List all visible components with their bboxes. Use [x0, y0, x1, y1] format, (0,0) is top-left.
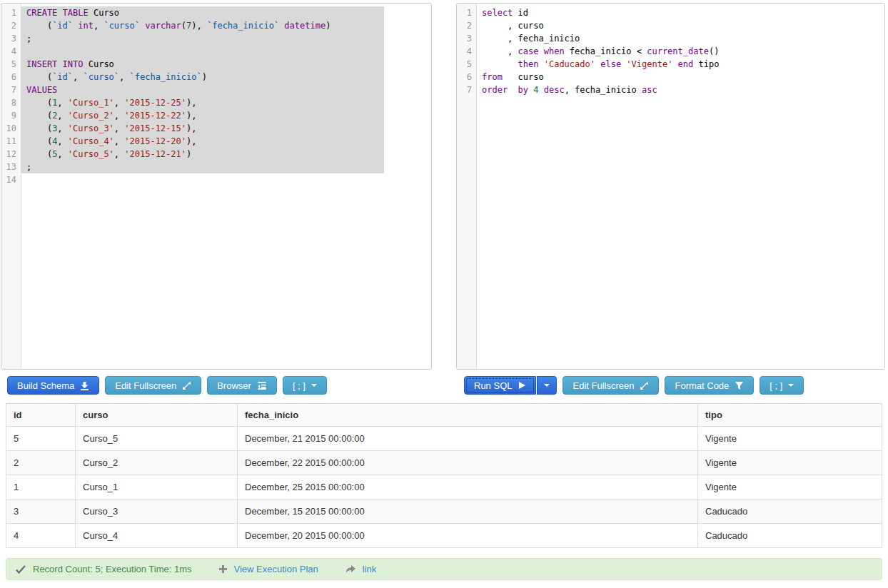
filter-icon — [735, 381, 744, 390]
run-sql-dropdown-button[interactable] — [537, 376, 557, 395]
code-token: else — [600, 59, 621, 69]
code-token: `curso` — [104, 21, 140, 31]
code-line[interactable]: (5, 'Curso_5', '2015-12-21') — [21, 148, 384, 161]
code-token: curso — [503, 72, 544, 82]
code-line[interactable] — [21, 45, 384, 58]
code-line[interactable]: VALUES — [21, 83, 384, 96]
table-cell: December, 22 2015 00:00:00 — [238, 451, 698, 475]
table-cell: Curso_2 — [76, 451, 238, 475]
table-cell: Vigente — [698, 427, 882, 451]
code-line[interactable]: from curso — [477, 71, 884, 83]
schema-toolbar: Build Schema Edit Fullscreen Browser [ ;… — [7, 376, 327, 395]
view-execution-plan-link[interactable]: View Execution Plan — [234, 564, 318, 574]
code-token: ( — [181, 21, 186, 31]
table-row: 1Curso_1December, 25 2015 00:00:00Vigent… — [6, 475, 882, 500]
code-line[interactable]: , curso — [477, 19, 884, 32]
run-sql-button[interactable]: Run SQL — [464, 376, 536, 395]
code-line[interactable]: INSERT INTO Curso — [21, 58, 384, 71]
format-code-button[interactable]: Format Code — [665, 376, 754, 395]
code-line[interactable]: ; — [21, 161, 384, 173]
line-number: 1 — [1, 6, 21, 19]
code-token: ) — [202, 72, 207, 82]
code-token: , — [114, 123, 124, 133]
code-line[interactable]: then 'Caducado' else 'Vigente' end tipo — [477, 58, 884, 71]
code-line[interactable]: , case when fecha_inicio < current_date(… — [477, 45, 884, 58]
schema-edit-fullscreen-button[interactable]: Edit Fullscreen — [105, 376, 201, 395]
code-line[interactable]: select id — [477, 6, 884, 19]
code-token — [672, 59, 677, 69]
code-token: , — [57, 149, 67, 159]
table-cell: Curso_5 — [76, 427, 238, 451]
code-line[interactable]: (1, 'Curso_1', '2015-12-25'), — [21, 96, 384, 109]
code-line[interactable]: , fecha_inicio — [477, 32, 884, 45]
code-token: ), — [186, 123, 196, 133]
code-line[interactable]: CREATE TABLE Curso — [21, 6, 384, 19]
browser-button[interactable]: Browser — [207, 376, 277, 395]
schema-code-area[interactable]: CREATE TABLE Curso (`id` int, `curso` va… — [21, 4, 431, 369]
fullscreen-icon — [640, 381, 649, 390]
code-token: '2015-12-22' — [124, 111, 186, 121]
code-line[interactable]: (`id` int, `curso` varchar(7), `fecha_in… — [21, 19, 384, 32]
code-line[interactable]: (4, 'Curso_4', '2015-12-20'), — [21, 135, 384, 148]
build-schema-button[interactable]: Build Schema — [7, 376, 99, 395]
edit-fullscreen-label: Edit Fullscreen — [115, 380, 176, 391]
code-token: `curso` — [83, 72, 119, 82]
code-token — [508, 85, 518, 95]
code-token: ( — [26, 21, 52, 31]
code-token: '2015-12-15' — [124, 123, 186, 133]
code-token: fecha_inicio < — [565, 46, 647, 56]
code-token: ; — [26, 162, 31, 172]
code-token: , — [482, 46, 518, 56]
code-token: current_date — [647, 46, 709, 56]
run-sql-label: Run SQL — [474, 380, 512, 391]
code-token: order — [482, 85, 508, 95]
code-line[interactable]: (`id`, `curso`, `fecha_inicio`) — [21, 71, 384, 83]
table-row: 5Curso_5December, 21 2015 00:00:00Vigent… — [6, 427, 882, 451]
table-cell: 1 — [6, 475, 76, 500]
line-number: 11 — [1, 135, 21, 148]
share-arrow-icon — [345, 565, 355, 574]
code-token: '2015-12-25' — [124, 98, 186, 108]
schema-editor[interactable]: 1234567891011121314 CREATE TABLE Curso (… — [1, 3, 432, 370]
code-token: , — [114, 136, 124, 146]
code-line[interactable]: (2, 'Curso_2', '2015-12-22'), — [21, 109, 384, 122]
code-line[interactable]: order by 4 desc, fecha_inicio asc — [477, 83, 884, 96]
line-number: 2 — [1, 19, 21, 32]
line-number: 12 — [1, 148, 21, 161]
query-terminator-button[interactable]: [ ; ] — [760, 376, 804, 395]
code-token: by — [518, 85, 528, 95]
code-line[interactable]: (3, 'Curso_3', '2015-12-15'), — [21, 122, 384, 135]
caret-down-icon — [544, 384, 550, 387]
code-token: , — [57, 136, 67, 146]
code-line[interactable] — [21, 173, 431, 186]
code-token: ( — [26, 72, 52, 82]
browser-label: Browser — [217, 380, 251, 391]
line-number: 7 — [457, 83, 476, 96]
code-token: ; — [26, 34, 31, 44]
code-token: () — [709, 46, 719, 56]
table-row: 2Curso_2December, 22 2015 00:00:00Vigent… — [6, 451, 882, 475]
code-token: , fecha_inicio — [482, 34, 580, 44]
code-token: , — [73, 72, 83, 82]
query-editor[interactable]: 1234567 select id , curso , fecha_inicio… — [456, 3, 885, 370]
terminator-label: [ ; ] — [293, 380, 306, 391]
code-token: end — [678, 59, 694, 69]
query-edit-fullscreen-button[interactable]: Edit Fullscreen — [562, 376, 659, 395]
code-token: , — [94, 21, 104, 31]
table-cell: Caducado — [698, 524, 882, 548]
code-token: ), — [186, 136, 196, 146]
permalink-link[interactable]: link — [363, 564, 377, 574]
table-cell: 2 — [6, 451, 76, 475]
code-token: ) — [326, 21, 331, 31]
build-schema-label: Build Schema — [17, 380, 74, 391]
code-token: select — [482, 8, 513, 18]
run-sql-button-group: Run SQL — [464, 376, 557, 395]
query-code-area[interactable]: select id , curso , fecha_inicio , case … — [477, 4, 884, 369]
schema-terminator-button[interactable]: [ ; ] — [283, 376, 327, 395]
code-line[interactable]: ; — [21, 32, 384, 45]
code-token: desc — [544, 85, 565, 95]
code-token: ( — [26, 136, 52, 146]
line-number: 7 — [1, 83, 21, 96]
query-line-numbers: 1234567 — [457, 4, 477, 369]
code-token: ( — [26, 98, 52, 108]
